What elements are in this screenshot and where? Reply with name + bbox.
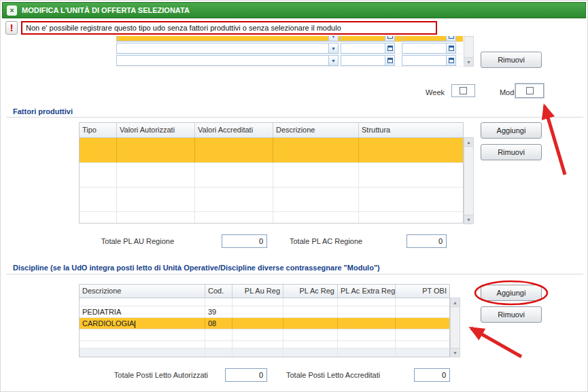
week-checkbox[interactable] bbox=[451, 84, 475, 97]
cell bbox=[283, 298, 338, 306]
alert-icon: ! bbox=[5, 21, 18, 35]
checkbox-square bbox=[460, 87, 467, 94]
cell bbox=[338, 341, 396, 348]
modulo-checkbox[interactable] bbox=[515, 84, 544, 98]
fattori-row[interactable] bbox=[80, 212, 463, 224]
period-combo-field[interactable]: ▼ bbox=[116, 55, 339, 66]
date-from-field[interactable] bbox=[341, 36, 395, 41]
col-header-cod[interactable]: Cod. bbox=[205, 285, 232, 298]
cell bbox=[359, 138, 463, 162]
cell-cod: 08 bbox=[205, 318, 232, 329]
date-from-field[interactable] bbox=[341, 55, 395, 66]
cell-text: CARDIOLOGIA bbox=[82, 319, 134, 327]
cell bbox=[205, 341, 232, 348]
period-combo-field[interactable]: ▼ bbox=[116, 43, 339, 54]
cell bbox=[273, 163, 359, 187]
dropdown-icon[interactable]: ▼ bbox=[328, 36, 338, 41]
totale-posti-letto-accreditati-label: Totale Posti Letto Accreditati bbox=[286, 371, 398, 379]
discipline-row[interactable] bbox=[80, 341, 449, 349]
col-header-valori-autorizzati[interactable]: Valori Autorizzati bbox=[117, 123, 195, 137]
col-header-pl-au-reg[interactable]: PL Au Reg bbox=[232, 285, 283, 298]
cell bbox=[195, 188, 273, 211]
calendar-picker-icon[interactable] bbox=[446, 43, 455, 53]
cell bbox=[283, 329, 338, 340]
cell bbox=[80, 163, 117, 187]
periods-grid: ▼ ▼ ▼ bbox=[116, 36, 463, 67]
col-header-pl-ac-extra-reg[interactable]: PL Ac Extra Reg bbox=[338, 285, 396, 298]
date-from-field[interactable] bbox=[341, 43, 395, 54]
period-row[interactable]: ▼ bbox=[116, 54, 463, 67]
fattori-row-selected[interactable] bbox=[80, 138, 463, 163]
date-to-field[interactable] bbox=[402, 36, 456, 41]
scroll-down-icon[interactable]: ▼ bbox=[464, 57, 473, 66]
calendar-glyph bbox=[387, 36, 393, 39]
totale-posti-letto-accreditati-input[interactable]: 0 bbox=[414, 368, 450, 382]
col-header-tipo[interactable]: Tipo bbox=[80, 123, 117, 137]
date-to-field[interactable] bbox=[402, 55, 456, 66]
scroll-up-icon[interactable]: ▲ bbox=[464, 138, 473, 147]
calendar-picker-icon[interactable] bbox=[385, 36, 394, 41]
discipline-row[interactable] bbox=[80, 329, 449, 341]
cell-cod: 39 bbox=[205, 306, 232, 317]
dropdown-icon[interactable]: ▼ bbox=[328, 43, 338, 53]
discipline-row-cardiologia[interactable]: CARDIOLOGIA 08 bbox=[80, 318, 449, 329]
calendar-picker-icon[interactable] bbox=[385, 56, 394, 65]
text-cursor bbox=[135, 321, 135, 328]
cell bbox=[359, 188, 463, 211]
totale-pl-au-regione-input[interactable]: 0 bbox=[222, 234, 267, 248]
fattori-row[interactable] bbox=[80, 163, 463, 188]
fattori-add-button[interactable]: Aggiungi bbox=[481, 122, 542, 139]
period-combo-field[interactable]: ▼ bbox=[116, 36, 339, 41]
fattori-row[interactable] bbox=[80, 188, 463, 212]
totale-pl-au-regione-label: Totale PL AU Regione bbox=[65, 237, 174, 245]
discipline-row[interactable] bbox=[80, 349, 449, 357]
cell bbox=[396, 298, 449, 306]
discipline-add-button[interactable]: Aggiungi bbox=[481, 285, 542, 301]
cell bbox=[80, 341, 205, 348]
cell bbox=[396, 349, 449, 357]
cell bbox=[232, 329, 283, 340]
col-header-valori-accreditati[interactable]: Valori Accreditati bbox=[195, 123, 273, 137]
periods-remove-button[interactable]: Rimuovi bbox=[481, 52, 542, 68]
discipline-remove-button[interactable]: Rimuovi bbox=[481, 306, 542, 323]
col-header-pt-obi[interactable]: PT OBI bbox=[396, 285, 449, 298]
cell bbox=[195, 138, 273, 162]
col-header-pl-ac-reg[interactable]: PL Ac Reg bbox=[283, 285, 338, 298]
cell bbox=[283, 349, 338, 357]
period-row[interactable]: ▼ bbox=[116, 42, 463, 54]
cell bbox=[195, 212, 273, 224]
totale-pl-ac-regione-input[interactable]: 0 bbox=[407, 234, 447, 248]
col-header-descrizione[interactable]: Descrizione bbox=[80, 285, 205, 298]
col-header-struttura[interactable]: Struttura bbox=[359, 123, 463, 137]
discipline-scrollbar[interactable]: ▲ ▼ bbox=[450, 298, 460, 357]
calendar-picker-icon[interactable] bbox=[446, 56, 455, 65]
cell bbox=[396, 306, 449, 317]
dropdown-icon[interactable]: ▼ bbox=[328, 56, 338, 65]
periods-scrollbar[interactable]: ▼ bbox=[464, 36, 474, 67]
cell bbox=[396, 329, 449, 340]
calendar-picker-icon[interactable] bbox=[446, 36, 455, 41]
cell bbox=[396, 341, 449, 348]
discipline-row[interactable] bbox=[80, 298, 449, 306]
date-to-field[interactable] bbox=[402, 43, 456, 54]
period-row-selected[interactable]: ▼ bbox=[116, 36, 463, 42]
totale-posti-letto-autorizzati-input[interactable]: 0 bbox=[225, 368, 267, 382]
scroll-down-icon[interactable]: ▼ bbox=[451, 348, 460, 357]
scroll-down-icon[interactable]: ▼ bbox=[464, 215, 473, 224]
col-header-descrizione[interactable]: Descrizione bbox=[273, 123, 359, 137]
discipline-grid: Descrizione Cod. PL Au Reg PL Ac Reg PL … bbox=[79, 284, 450, 357]
cell-descrizione: PEDIATRIA bbox=[80, 306, 205, 317]
cell-text: 39 bbox=[208, 308, 216, 316]
cell bbox=[338, 306, 396, 317]
checkbox-square bbox=[526, 87, 534, 94]
cell bbox=[80, 298, 205, 306]
discipline-row-pediatria[interactable]: PEDIATRIA 39 bbox=[80, 306, 449, 318]
close-icon[interactable]: × bbox=[7, 5, 17, 16]
cell bbox=[338, 349, 396, 357]
cell bbox=[80, 349, 205, 357]
calendar-picker-icon[interactable] bbox=[385, 43, 394, 53]
fattori-scrollbar[interactable]: ▲ ▼ bbox=[464, 137, 474, 224]
fattori-grid-header: Tipo Valori Autorizzati Valori Accredita… bbox=[80, 123, 463, 138]
scroll-up-icon[interactable]: ▲ bbox=[451, 298, 460, 307]
fattori-remove-button[interactable]: Rimuovi bbox=[481, 144, 542, 160]
